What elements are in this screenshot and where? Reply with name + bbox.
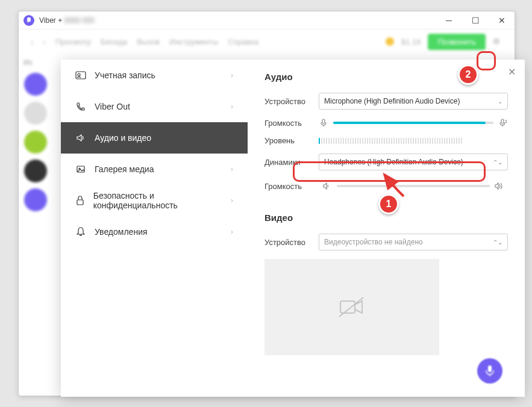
settings-panel: ✕ Аудио Устройство Microphone (High Defi… [248,60,525,397]
chevron-right-icon: › [231,228,233,236]
video-preview [264,259,439,355]
speaker-volume-slider[interactable] [319,179,508,193]
annotation-badge-2: 2 [458,64,478,85]
chevron-right-icon: › [231,196,233,205]
sidebar-item-media-gallery[interactable]: Галерея медиа › [61,154,248,185]
mic-device-select[interactable]: Microphone (High Definition Audio Device… [319,93,508,110]
dropdown-arrow-icon: ⌃⌄ [493,239,502,246]
titlebar: Viber + 0000 000 ─ ☐ ✕ [19,11,515,30]
sidebar-item-label: Аудио и видео [95,133,151,143]
viber-logo-icon [23,15,34,26]
video-device-label: Устройство [264,238,319,247]
svg-point-1 [78,73,80,76]
call-button[interactable]: Позвонить [428,34,486,50]
coin-icon [386,37,394,46]
svg-rect-6 [501,119,504,123]
mic-low-icon [319,118,328,128]
settings-modal: Учетная запись › Viber Out › Аудио и вид… [61,60,525,397]
video-device-select[interactable]: Видеоустройство не найдено⌃⌄ [319,234,508,250]
account-icon [75,70,86,81]
chat-list-blur: Из [19,54,52,379]
maximize-button[interactable]: ☐ [468,13,483,28]
sidebar-item-label: Уведомления [95,227,148,237]
chevron-right-icon: › [231,71,233,79]
bell-icon [75,226,86,237]
main-menubar: ‹› Просмотр Беседа Вызов Инструменты Спр… [19,30,515,54]
svg-rect-11 [488,365,492,372]
mic-high-icon [498,118,508,128]
sidebar-item-audio-video[interactable]: Аудио и видео [61,122,248,154]
phone-icon [75,101,86,112]
window-title: Viber + 0000 000 [39,16,95,25]
svg-line-10 [339,297,363,317]
sidebar-item-label: Безопасность и конфиденциальность [93,191,222,210]
svg-rect-4 [77,200,83,205]
mic-level-label: Уровень [264,136,319,145]
svg-rect-9 [340,301,355,313]
sidebar-item-label: Учетная запись [95,70,155,80]
annotation-badge-1: 1 [378,194,399,214]
speakers-select[interactable]: Headphones (High Definition Audio Device… [319,154,508,170]
speaker-low-icon [322,181,332,191]
sidebar-item-account[interactable]: Учетная запись › [61,60,248,91]
dropdown-arrow-icon: ⌄ [498,98,502,105]
mic-volume-label: Громкость [264,119,319,128]
gallery-icon [75,164,86,175]
gear-icon[interactable]: ⚙ [493,37,502,46]
lock-icon [75,195,85,206]
sidebar-item-viber-out[interactable]: Viber Out › [61,91,248,122]
sidebar-item-privacy[interactable]: Безопасность и конфиденциальность › [61,185,248,216]
app-window: Viber + 0000 000 ─ ☐ ✕ ‹› Просмотр Бесед… [18,11,515,396]
mic-level-meter [319,138,508,144]
mic-volume-slider[interactable] [319,118,508,128]
svg-rect-5 [322,119,325,123]
settings-sidebar: Учетная запись › Viber Out › Аудио и вид… [61,60,248,397]
chevron-right-icon: › [231,165,233,173]
sidebar-item-label: Галерея медиа [95,164,154,174]
speakers-label: Динамики [264,158,319,167]
mic-device-label: Устройство [264,97,319,106]
sidebar-item-label: Viber Out [95,102,130,111]
minimize-button[interactable]: ─ [441,13,457,28]
close-settings-button[interactable]: ✕ [504,64,519,79]
speaker-icon [75,132,86,143]
window-close-button[interactable]: ✕ [494,13,510,28]
speaker-high-icon [495,181,504,191]
dropdown-arrow-icon: ⌃⌄ [493,159,502,166]
voice-message-fab[interactable] [477,358,502,384]
sidebar-item-notifications[interactable]: Уведомления › [61,216,248,247]
svg-point-7 [506,120,507,121]
svg-point-8 [506,122,507,123]
camera-off-icon [337,295,367,319]
chevron-right-icon: › [231,102,233,111]
speaker-volume-label: Громкость [264,182,319,191]
